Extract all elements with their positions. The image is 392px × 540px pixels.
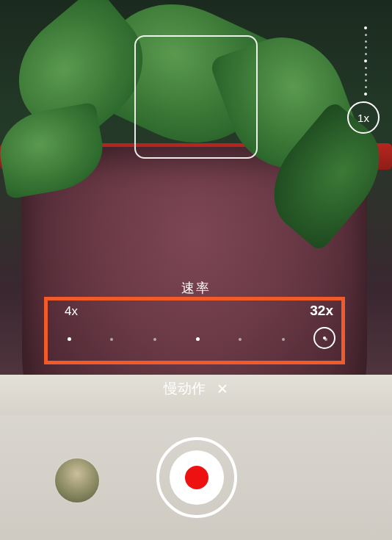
zoom-tick — [365, 53, 367, 55]
zoom-tick — [364, 26, 367, 29]
zoom-tick — [364, 93, 367, 96]
record-button[interactable] — [156, 437, 237, 518]
zoom-tick — [365, 34, 367, 36]
mode-label: 慢动作 — [164, 381, 206, 396]
rate-slider-handle[interactable] — [313, 327, 335, 349]
rate-tick — [196, 337, 200, 341]
zoom-slider[interactable] — [365, 26, 366, 96]
zoom-tick — [365, 86, 367, 88]
rate-tick — [110, 338, 113, 341]
record-button-inner — [170, 450, 224, 505]
rate-highlight-box — [44, 297, 345, 364]
zoom-tick — [365, 73, 367, 76]
zoom-tick — [365, 67, 367, 69]
rate-slider[interactable] — [68, 335, 324, 344]
zoom-level-button[interactable]: 1x — [347, 101, 380, 134]
zoom-tick — [365, 40, 367, 43]
record-icon — [185, 466, 208, 489]
focus-indicator[interactable] — [134, 35, 258, 159]
mode-row: 慢动作 ✕ — [0, 379, 392, 398]
zoom-level-label: 1x — [357, 112, 369, 124]
rate-tick — [153, 338, 156, 341]
close-mode-button[interactable]: ✕ — [217, 381, 228, 397]
rate-max-label: 32x — [310, 303, 333, 319]
camera-viewport: 1x 速率 4x 32x 慢动作 ✕ — [0, 0, 392, 540]
zoom-tick — [364, 60, 367, 62]
rate-tick — [282, 338, 285, 341]
rate-tick — [68, 337, 71, 341]
rate-min-label: 4x — [65, 304, 78, 319]
gallery-thumbnail-button[interactable] — [55, 458, 99, 503]
rate-title: 速率 — [0, 279, 392, 297]
rate-tick — [239, 338, 242, 341]
